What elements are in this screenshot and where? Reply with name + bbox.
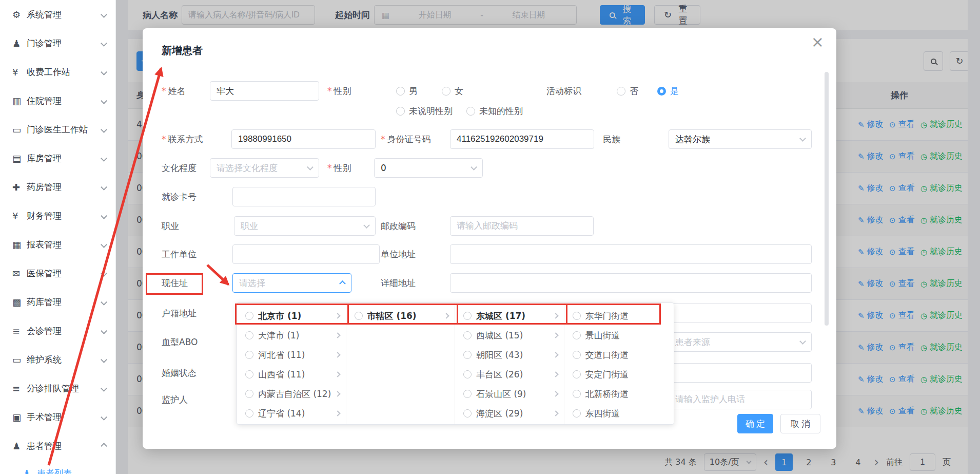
patient-source-select[interactable]: 患者来源 [669,332,812,352]
cascader-option[interactable]: 天津市 (1) [237,326,346,345]
cascader-option[interactable]: 西城区 (15) [455,326,564,345]
required-mark: * [327,163,332,173]
sidebar-item-consultation-management[interactable]: ≡ 会诊管理 [0,316,115,345]
chevron-down-icon [101,40,107,47]
sidebar-subitem-patient-list[interactable]: ♟ 患者列表 [0,460,115,474]
cascader-option[interactable]: 海淀区 (29) [455,404,564,423]
radio-icon[interactable] [573,370,581,378]
chevron-right-icon [553,371,558,377]
radio-icon[interactable] [463,351,472,359]
gender-select[interactable]: 0 [374,158,483,178]
sidebar-item-patient-management[interactable]: ♟ 患者管理 [0,431,115,460]
cascader-option[interactable]: 内蒙古自治区 (12) [237,384,346,404]
sidebar-item-outpatient-management[interactable]: ♟ 门诊管理 [0,29,115,58]
cancel-button[interactable]: 取 消 [780,414,820,433]
cascader-option[interactable]: 朝阳区 (43) [455,345,564,365]
radio-icon[interactable] [573,312,581,320]
sidebar-item-inpatient-management[interactable]: ▥ 住院管理 [0,86,115,115]
radio-yes[interactable]: 是 [657,81,679,101]
chevron-right-icon [553,410,558,416]
cascader-option[interactable]: 山西省 (11) [237,365,346,384]
sidebar-item-charging-workstation[interactable]: ¥ 收费工作站 [0,58,115,86]
confirm-button[interactable]: 确 定 [737,414,773,433]
radio-icon[interactable] [463,390,472,398]
cascader-option[interactable]: 安定门街道 [564,365,674,384]
sidebar-item-insurance-management[interactable]: ✉ 医保管理 [0,259,115,288]
cascader-option[interactable]: 北京市 (1) [237,306,346,326]
required-mark: * [381,134,385,144]
radio-icon[interactable] [573,331,581,339]
radio-icon[interactable] [573,390,581,398]
cascader-option[interactable]: 市辖区 (16) [346,306,455,326]
sidebar-item-system-management[interactable]: ⚙ 系统管理 [0,0,115,29]
sidebar-item-pharmacy-management[interactable]: ✚ 药房管理 [0,173,115,201]
radio-icon[interactable] [463,409,472,418]
cascader-option[interactable]: 丰台区 (26) [455,365,564,384]
postal-code-input[interactable] [450,216,594,236]
radio-female[interactable]: 女 [442,81,463,101]
right-column-input-1[interactable] [669,304,812,323]
radio-icon[interactable] [245,370,253,378]
gender-select-label: *性别 [327,158,351,178]
work-unit-input[interactable] [232,244,380,264]
ethnicity-select[interactable]: 达斡尔族 [669,129,812,149]
modal-scrollbar[interactable] [825,72,829,326]
sidebar-item-drug-storage-management[interactable]: ▩ 药库管理 [0,288,115,316]
radio-icon[interactable] [463,312,472,320]
radio-icon[interactable] [463,370,472,378]
unit-address-label: 单位地址 [381,244,416,264]
cascader-option[interactable]: 北新桥街道 [564,384,674,404]
radio-icon[interactable] [463,331,472,339]
cascader-column-city: 市辖区 (16) [346,303,456,424]
cascader-option[interactable]: 景山街道 [564,326,674,345]
cascader-option-label: 山西省 (11) [258,369,336,381]
radio-unknown-gender[interactable]: 未知的性别 [466,101,523,121]
sidebar-item-label: 门诊医生工作站 [27,124,102,136]
radio-unspecified-gender[interactable]: 未说明性别 [396,101,453,121]
radio-icon[interactable] [355,312,363,320]
cascader-option[interactable]: 交道口街道 [564,345,674,365]
card-no-input[interactable] [232,187,376,206]
radio-icon[interactable] [245,390,253,398]
cascader-option[interactable]: 东四街道 [564,404,674,423]
sidebar-item-report-management[interactable]: ▦ 报表管理 [0,230,115,259]
radio-no[interactable]: 否 [617,81,638,101]
chevron-up-icon [101,443,107,449]
id-number-input[interactable] [450,129,594,149]
radio-male[interactable]: 男 [396,81,418,101]
sidebar-item-triage-queue-management[interactable]: ≡ 分诊排队管理 [0,374,115,403]
radio-icon[interactable] [573,409,581,418]
guardian-phone-input[interactable] [669,390,812,409]
radio-icon[interactable] [245,331,253,339]
guardian-label: 监护人 [162,390,188,409]
sidebar-item-warehouse-management[interactable]: ▤ 库房管理 [0,144,115,173]
contact-input[interactable] [231,129,376,149]
detail-address-input[interactable] [450,273,812,293]
sidebar-item-finance-management[interactable]: ¥ 财务管理 [0,201,115,230]
radio-unknown-label: 未知的性别 [479,105,523,117]
education-select[interactable]: 请选择文化程度 [210,158,319,178]
cascader-option[interactable]: 石景山区 (9) [455,384,564,404]
cascader-option[interactable]: 河北省 (11) [237,345,346,365]
sidebar-item-surgery-management[interactable]: ▣ 手术管理 [0,403,115,431]
cascader-option[interactable]: 东华门街道 [564,306,674,326]
sidebar-item-maintenance-system[interactable]: ▭ 维护系统 [0,345,115,374]
detail-address-label: 详细地址 [381,273,416,293]
radio-icon[interactable] [245,312,253,320]
name-input[interactable] [210,81,319,101]
occupation-select[interactable]: 职业 [234,216,376,236]
unit-address-input[interactable] [450,244,812,264]
chevron-right-icon [335,352,340,357]
right-column-input-2[interactable] [669,363,812,383]
sidebar-item-outpatient-doctor-workstation[interactable]: ▭ 门诊医生工作站 [0,115,115,144]
radio-icon[interactable] [245,409,253,418]
cascader-column-street: 东华门街道 景山街道 交道口街道 安定门街道 [564,303,674,424]
radio-icon[interactable] [245,351,253,359]
radio-icon[interactable] [573,351,581,359]
sidebar-item-label: 会诊管理 [27,325,102,337]
cascader-option[interactable]: 辽宁省 (14) [237,404,346,423]
cascader-column-province: 北京市 (1) 天津市 (1) 河北省 (11) 山西省 [237,303,346,424]
close-icon[interactable]: × [811,34,824,50]
current-address-select[interactable]: 请选择 [232,273,351,293]
cascader-option[interactable]: 东城区 (17) [455,306,564,326]
